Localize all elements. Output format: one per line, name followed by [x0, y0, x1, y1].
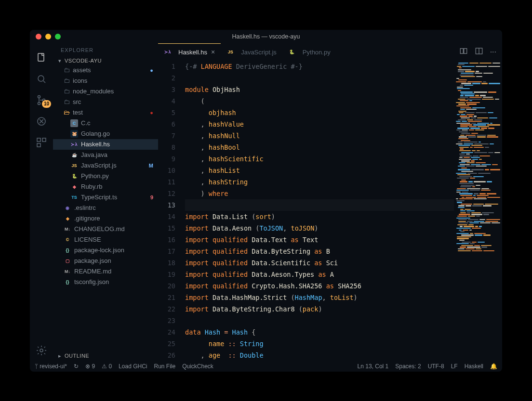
- file-icon: 🐍: [288, 48, 296, 56]
- file-icon: 🐍: [70, 172, 78, 180]
- item-label: Golang.go: [81, 130, 110, 137]
- extensions-icon[interactable]: [30, 132, 53, 153]
- git-decoration: ●: [150, 110, 153, 116]
- sidebar: EXPLORER ▾ VSCODE-AYU 🗀assets●🗀icons🗀nod…: [53, 43, 158, 361]
- file-tsconfig-json[interactable]: {}tsconfig.json: [53, 277, 158, 287]
- file-python-py[interactable]: 🐍Python.py: [53, 171, 158, 181]
- file-package-lock-json[interactable]: {}package-lock.json: [53, 245, 158, 256]
- git-decoration: ●: [150, 67, 153, 73]
- item-label: .gitignore: [74, 215, 100, 222]
- file-tree: 🗀assets●🗀icons🗀node_modules🗀src🗁test●CC.…: [53, 65, 158, 351]
- eol[interactable]: LF: [451, 363, 458, 370]
- tab-javascript-js[interactable]: JSJavaScript.js: [221, 43, 282, 61]
- item-label: CHANGELOG.md: [74, 225, 125, 233]
- file-ruby-rb[interactable]: ◆Ruby.rb: [53, 181, 158, 192]
- file-haskell-hs[interactable]: ≻λHaskell.hs: [53, 139, 158, 150]
- item-label: LICENSE: [74, 236, 101, 243]
- svg-rect-0: [38, 53, 44, 61]
- chevron-right-icon: ▸: [57, 353, 63, 359]
- split-icon[interactable]: [475, 47, 483, 57]
- file-icon: ©: [64, 236, 71, 244]
- explorer-icon[interactable]: [30, 47, 53, 68]
- svg-point-3: [38, 102, 40, 104]
- file-icon: ◆: [70, 183, 78, 191]
- git-decoration: M: [149, 163, 153, 168]
- file-typescript-ts[interactable]: TSTypeScript.ts9: [53, 192, 158, 203]
- file-icon: {}: [64, 278, 71, 286]
- file-icon: ≻λ: [164, 48, 172, 56]
- search-icon[interactable]: [30, 68, 53, 90]
- svg-rect-7: [42, 138, 46, 142]
- close-icon[interactable]: ×: [211, 48, 215, 56]
- editor-window: Haskell.hs — vscode-ayu 10: [30, 30, 502, 372]
- folder-src[interactable]: 🗀src: [53, 97, 158, 107]
- folder-icon: 🗀: [64, 66, 70, 74]
- file-icon: M↓: [64, 225, 71, 233]
- line-numbers: 1234567891011121314151617181920212223242…: [158, 61, 185, 361]
- file--eslintrc[interactable]: ◉.eslintrc: [53, 203, 158, 213]
- bell-icon[interactable]: 🔔: [490, 363, 497, 370]
- item-label: Ruby.rb: [81, 183, 103, 190]
- git-decoration: 9: [150, 194, 153, 200]
- item-label: JavaScript.js: [81, 162, 117, 169]
- language-mode[interactable]: Haskell: [465, 363, 483, 370]
- file-java-java[interactable]: ☕Java.java: [53, 150, 158, 160]
- item-label: package-lock.json: [74, 246, 124, 254]
- sidebar-section[interactable]: ▾ VSCODE-AYU: [53, 57, 158, 65]
- item-label: Haskell.hs: [81, 141, 110, 148]
- editor-area: ≻λHaskell.hs×JSJavaScript.js🐍Python.py··…: [158, 43, 502, 361]
- errors[interactable]: ⊗ 9: [85, 363, 95, 370]
- encoding[interactable]: UTF-8: [428, 363, 444, 370]
- folder-icons[interactable]: 🗀icons: [53, 76, 158, 86]
- file-icon: TS: [70, 194, 78, 201]
- file-c-c[interactable]: CC.c: [53, 118, 158, 129]
- status-quickcheck[interactable]: QuickCheck: [182, 363, 213, 370]
- minimap[interactable]: [454, 61, 502, 361]
- svg-point-9: [40, 349, 43, 352]
- item-label: icons: [73, 77, 87, 84]
- item-label: C.c: [81, 119, 91, 127]
- source-control-icon[interactable]: 10: [30, 90, 53, 111]
- file-license[interactable]: ©LICENSE: [53, 234, 158, 245]
- file-icon: JS: [70, 162, 78, 169]
- folder-node_modules[interactable]: 🗀node_modules: [53, 86, 158, 97]
- svg-point-2: [38, 95, 40, 98]
- file-icon: C: [70, 119, 78, 127]
- git-branch[interactable]: ᛘ revised-ui*: [35, 363, 67, 370]
- file-javascript-js[interactable]: JSJavaScript.jsM: [53, 160, 158, 171]
- status-load-ghci[interactable]: Load GHCi: [119, 363, 147, 370]
- debug-icon[interactable]: [30, 111, 53, 132]
- cursor-position[interactable]: Ln 13, Col 1: [358, 363, 389, 370]
- file-package-json[interactable]: ▢package.json: [53, 256, 158, 266]
- warnings[interactable]: ⚠ 0: [102, 363, 112, 370]
- status-run-file[interactable]: Run File: [154, 363, 175, 370]
- item-label: TypeScript.ts: [81, 194, 117, 201]
- folder-icon: 🗁: [64, 109, 70, 116]
- file-icon: ≻λ: [70, 141, 78, 148]
- outline-section[interactable]: ▸ OUTLINE: [53, 351, 158, 361]
- file-changelog-md[interactable]: M↓CHANGELOG.md: [53, 224, 158, 234]
- item-label: Java.java: [81, 151, 107, 158]
- settings-icon[interactable]: [30, 340, 53, 361]
- file-readme-md[interactable]: M↓README.md: [53, 266, 158, 277]
- file-golang-go[interactable]: 🐹Golang.go: [53, 129, 158, 139]
- folder-assets[interactable]: 🗀assets●: [53, 65, 158, 76]
- tab-haskell-hs[interactable]: ≻λHaskell.hs×: [158, 43, 221, 61]
- sync-icon[interactable]: ↻: [74, 363, 79, 370]
- svg-rect-11: [464, 49, 466, 54]
- item-label: src: [73, 98, 81, 105]
- sidebar-title: EXPLORER: [53, 43, 158, 57]
- tab-python-py[interactable]: 🐍Python.py: [282, 43, 336, 61]
- svg-rect-8: [37, 143, 40, 147]
- more-icon[interactable]: ···: [490, 48, 496, 56]
- code-content[interactable]: {-# LANGUAGE DeriveGeneric #-} module Ob…: [185, 61, 454, 361]
- folder-test[interactable]: 🗁test●: [53, 107, 158, 118]
- file-icon: M↓: [64, 268, 71, 275]
- folder-icon: 🗀: [64, 88, 70, 95]
- code-editor[interactable]: 1234567891011121314151617181920212223242…: [158, 61, 454, 361]
- compare-icon[interactable]: [459, 47, 468, 57]
- file--gitignore[interactable]: ◆.gitignore: [53, 213, 158, 224]
- item-label: Python.py: [81, 172, 109, 180]
- indentation[interactable]: Spaces: 2: [395, 363, 421, 370]
- window-title: Haskell.hs — vscode-ayu: [30, 33, 502, 40]
